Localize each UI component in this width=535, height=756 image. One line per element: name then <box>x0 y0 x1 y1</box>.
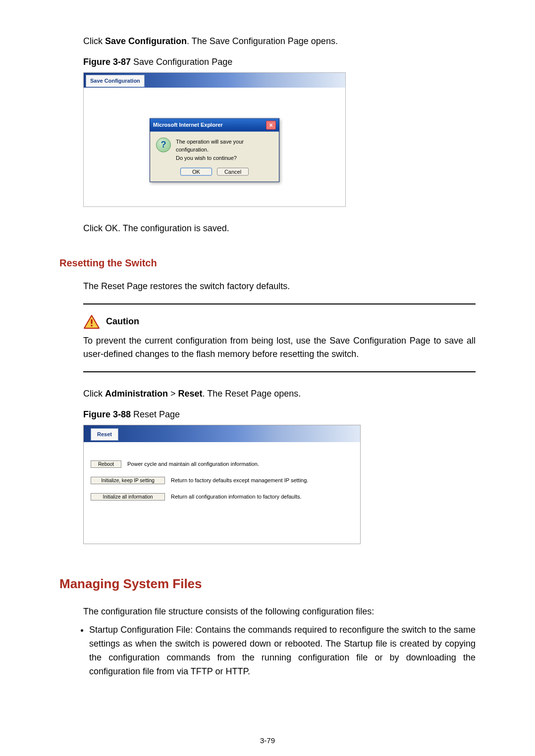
fig88-body: Reboot Power cycle and maintain all conf… <box>84 442 360 544</box>
init-all-desc: Return all configuration information to … <box>171 493 302 501</box>
text-click-post: . The Reset Page opens. <box>203 389 301 399</box>
files-bullet-list: Startup Configuration File: Contains the… <box>59 623 476 679</box>
question-icon: ? <box>156 138 171 152</box>
fig87-body: Microsoft Internet Explorer × ? The oper… <box>84 88 345 206</box>
text-click-pre: Click <box>83 389 105 399</box>
fig87-caption-prefix: Figure 3-87 <box>83 57 133 67</box>
ie-dialog-buttons: OK Cancel <box>150 165 279 182</box>
fig88-row-init-all: Initialize all information Return all co… <box>91 493 353 501</box>
ie-dialog-content: ? The operation will save your configura… <box>150 132 279 165</box>
fig88-row-init-keep-ip: Initialize, keep IP setting Return to fa… <box>91 476 353 485</box>
fig88-caption-text: Reset Page <box>133 409 180 419</box>
text-click-after: . The Save Configuration Page opens. <box>187 36 338 46</box>
ie-dialog-title: Microsoft Internet Explorer <box>153 121 223 129</box>
paragraph-click-save: Click Save Configuration. The Save Confi… <box>59 35 476 49</box>
caution-text: To prevent the current configuration fro… <box>83 334 476 362</box>
document-page: Click Save Configuration. The Save Confi… <box>0 0 535 756</box>
svg-rect-2 <box>91 325 92 326</box>
paragraph-files-intro: The configuration file structure consist… <box>59 605 476 619</box>
fig88-row-reboot: Reboot Power cycle and maintain all conf… <box>91 460 353 468</box>
ie-msg-line2: Do you wish to continue? <box>176 154 273 162</box>
fig88-tab-reset[interactable]: Reset <box>91 428 118 441</box>
ie-msg-line1: The operation will save your configurati… <box>176 138 273 154</box>
fig87-save-config-page: Save Configuration Microsoft Internet Ex… <box>83 72 346 207</box>
caution-block: Caution To prevent the current configura… <box>59 303 476 373</box>
divider-top <box>83 303 476 304</box>
text-reset-bold: Reset <box>178 389 203 399</box>
fig87-caption-text: Save Configuration Page <box>133 57 232 67</box>
heading-resetting-switch: Resetting the Switch <box>59 255 476 271</box>
ok-button[interactable]: OK <box>180 168 212 176</box>
ie-dialog-message: The operation will save your configurati… <box>176 138 273 162</box>
paragraph-click-ok: Click OK. The configuration is saved. <box>59 222 476 236</box>
bullet-startup-config: Startup Configuration File: Contains the… <box>89 623 476 679</box>
reboot-button[interactable]: Reboot <box>91 460 121 468</box>
fig88-header-bar: Reset <box>84 425 360 442</box>
caution-icon <box>83 314 100 329</box>
fig88-wrapper: Reset Reboot Power cycle and maintain al… <box>59 425 476 544</box>
fig88-caption: Figure 3-88 Reset Page <box>59 408 476 422</box>
init-keep-ip-desc: Return to factory defaults except manage… <box>171 476 308 485</box>
text-sep: > <box>168 389 178 399</box>
cancel-button[interactable]: Cancel <box>217 168 249 176</box>
heading-managing-files: Managing System Files <box>59 574 476 594</box>
divider-bottom <box>83 371 476 372</box>
paragraph-click-reset: Click Administration > Reset. The Reset … <box>59 387 476 401</box>
paragraph-reset-intro: The Reset Page restores the switch facto… <box>59 280 476 294</box>
text-admin-bold: Administration <box>105 389 168 399</box>
text-save-config-bold: Save Configuration <box>105 36 187 46</box>
svg-rect-1 <box>91 319 92 324</box>
reboot-desc: Power cycle and maintain all configurati… <box>127 460 259 468</box>
initialize-all-button[interactable]: Initialize all information <box>91 493 165 501</box>
caution-label: Caution <box>106 315 139 329</box>
initialize-keep-ip-button[interactable]: Initialize, keep IP setting <box>91 477 165 484</box>
caution-row: Caution <box>83 314 476 329</box>
page-number: 3-79 <box>0 735 535 746</box>
fig87-wrapper: Save Configuration Microsoft Internet Ex… <box>59 72 476 207</box>
close-icon[interactable]: × <box>266 121 276 130</box>
fig87-caption: Figure 3-87 Save Configuration Page <box>59 55 476 69</box>
ie-dialog: Microsoft Internet Explorer × ? The oper… <box>150 118 279 183</box>
ie-dialog-titlebar: Microsoft Internet Explorer × <box>150 119 279 132</box>
fig88-caption-prefix: Figure 3-88 <box>83 409 133 419</box>
fig87-tab-save-config[interactable]: Save Configuration <box>86 75 145 87</box>
text-click: Click <box>83 36 105 46</box>
fig88-reset-page: Reset Reboot Power cycle and maintain al… <box>83 425 361 544</box>
